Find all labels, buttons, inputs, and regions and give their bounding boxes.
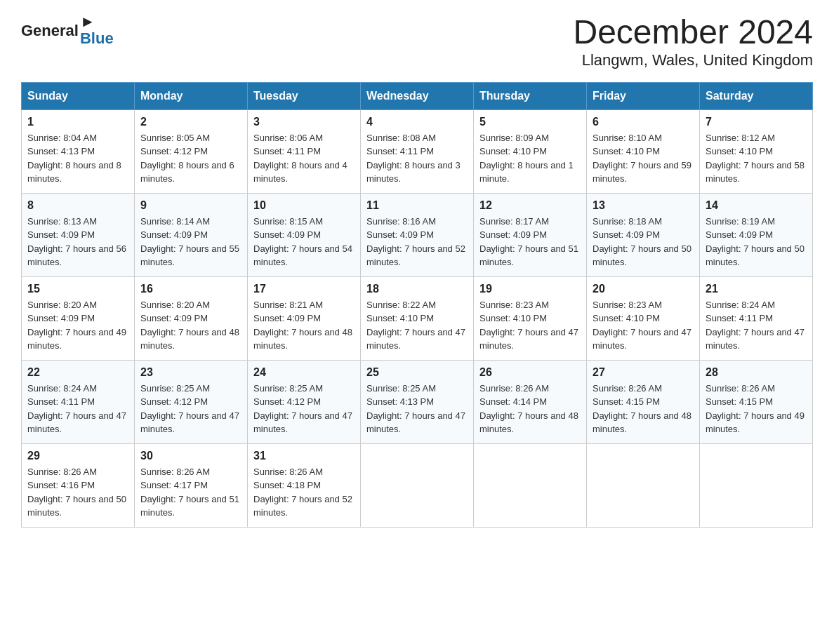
- calendar-cell: 4 Sunrise: 8:08 AMSunset: 4:11 PMDayligh…: [361, 109, 474, 193]
- calendar-cell: 5 Sunrise: 8:09 AMSunset: 4:10 PMDayligh…: [474, 109, 587, 193]
- day-info: Sunrise: 8:05 AMSunset: 4:12 PMDaylight:…: [140, 131, 241, 186]
- calendar-cell: 11 Sunrise: 8:16 AMSunset: 4:09 PMDaylig…: [361, 193, 474, 276]
- day-info: Sunrise: 8:25 AMSunset: 4:13 PMDaylight:…: [366, 382, 468, 436]
- day-number: 16: [140, 283, 241, 295]
- calendar-cell: 29 Sunrise: 8:26 AMSunset: 4:16 PMDaylig…: [22, 443, 135, 527]
- calendar-cell: 3 Sunrise: 8:06 AMSunset: 4:11 PMDayligh…: [248, 109, 361, 193]
- day-info: Sunrise: 8:19 AMSunset: 4:09 PMDaylight:…: [706, 215, 807, 269]
- calendar-cell: 15 Sunrise: 8:20 AMSunset: 4:09 PMDaylig…: [22, 276, 135, 360]
- calendar-cell: 21 Sunrise: 8:24 AMSunset: 4:11 PMDaylig…: [700, 276, 813, 360]
- day-number: 14: [706, 199, 807, 212]
- calendar-cell: 1 Sunrise: 8:04 AMSunset: 4:13 PMDayligh…: [22, 109, 135, 193]
- logo-general-text: General: [21, 22, 79, 40]
- day-info: Sunrise: 8:26 AMSunset: 4:17 PMDaylight:…: [140, 465, 241, 520]
- day-info: Sunrise: 8:12 AMSunset: 4:10 PMDaylight:…: [706, 131, 807, 186]
- logo-right: ► Blue: [80, 14, 114, 48]
- day-number: 21: [706, 283, 807, 295]
- calendar-cell: 23 Sunrise: 8:25 AMSunset: 4:12 PMDaylig…: [135, 360, 248, 443]
- calendar-cell: 9 Sunrise: 8:14 AMSunset: 4:09 PMDayligh…: [135, 193, 248, 276]
- day-info: Sunrise: 8:26 AMSunset: 4:15 PMDaylight:…: [706, 382, 807, 436]
- day-number: 22: [27, 366, 128, 379]
- calendar-week-row: 29 Sunrise: 8:26 AMSunset: 4:16 PMDaylig…: [22, 443, 813, 527]
- day-info: Sunrise: 8:17 AMSunset: 4:09 PMDaylight:…: [479, 215, 581, 269]
- calendar-cell: 25 Sunrise: 8:25 AMSunset: 4:13 PMDaylig…: [361, 360, 474, 443]
- day-info: Sunrise: 8:20 AMSunset: 4:09 PMDaylight:…: [140, 298, 241, 353]
- calendar-title: December 2024: [573, 14, 813, 51]
- day-info: Sunrise: 8:24 AMSunset: 4:11 PMDaylight:…: [27, 382, 128, 436]
- day-info: Sunrise: 8:25 AMSunset: 4:12 PMDaylight:…: [253, 382, 355, 436]
- calendar-week-row: 1 Sunrise: 8:04 AMSunset: 4:13 PMDayligh…: [22, 109, 813, 193]
- title-block: December 2024 Llangwm, Wales, United Kin…: [573, 14, 813, 69]
- day-number: 1: [27, 116, 128, 128]
- day-number: 3: [253, 116, 355, 128]
- day-info: Sunrise: 8:24 AMSunset: 4:11 PMDaylight:…: [706, 298, 807, 353]
- calendar-header-friday: Friday: [587, 82, 700, 109]
- day-number: 9: [140, 199, 241, 212]
- day-number: 4: [366, 116, 468, 128]
- logo: General ► Blue: [21, 14, 114, 48]
- day-number: 8: [27, 199, 128, 212]
- calendar-header-saturday: Saturday: [700, 82, 813, 109]
- calendar-cell: 28 Sunrise: 8:26 AMSunset: 4:15 PMDaylig…: [700, 360, 813, 443]
- day-info: Sunrise: 8:25 AMSunset: 4:12 PMDaylight:…: [140, 382, 241, 436]
- day-info: Sunrise: 8:04 AMSunset: 4:13 PMDaylight:…: [27, 131, 128, 186]
- day-info: Sunrise: 8:10 AMSunset: 4:10 PMDaylight:…: [593, 131, 694, 186]
- calendar-cell: 26 Sunrise: 8:26 AMSunset: 4:14 PMDaylig…: [474, 360, 587, 443]
- calendar-cell: 7 Sunrise: 8:12 AMSunset: 4:10 PMDayligh…: [700, 109, 813, 193]
- calendar-cell: 31 Sunrise: 8:26 AMSunset: 4:18 PMDaylig…: [248, 443, 361, 527]
- calendar-header-thursday: Thursday: [474, 82, 587, 109]
- calendar-cell: 13 Sunrise: 8:18 AMSunset: 4:09 PMDaylig…: [587, 193, 700, 276]
- day-number: 18: [366, 283, 468, 295]
- calendar-cell: 10 Sunrise: 8:15 AMSunset: 4:09 PMDaylig…: [248, 193, 361, 276]
- day-number: 6: [593, 116, 694, 128]
- day-number: 25: [366, 366, 468, 379]
- day-number: 31: [253, 450, 355, 462]
- day-number: 27: [593, 366, 694, 379]
- day-number: 10: [253, 199, 355, 212]
- calendar-cell: 8 Sunrise: 8:13 AMSunset: 4:09 PMDayligh…: [22, 193, 135, 276]
- calendar-header-sunday: Sunday: [22, 82, 135, 109]
- day-info: Sunrise: 8:06 AMSunset: 4:11 PMDaylight:…: [253, 131, 355, 186]
- logo-decoration: ►: [80, 14, 95, 29]
- calendar-week-row: 15 Sunrise: 8:20 AMSunset: 4:09 PMDaylig…: [22, 276, 813, 360]
- day-number: 2: [140, 116, 241, 128]
- day-info: Sunrise: 8:23 AMSunset: 4:10 PMDaylight:…: [479, 298, 581, 353]
- day-info: Sunrise: 8:26 AMSunset: 4:18 PMDaylight:…: [253, 465, 355, 520]
- day-number: 30: [140, 450, 241, 462]
- calendar-table: SundayMondayTuesdayWednesdayThursdayFrid…: [21, 82, 813, 528]
- day-info: Sunrise: 8:23 AMSunset: 4:10 PMDaylight:…: [593, 298, 694, 353]
- day-info: Sunrise: 8:15 AMSunset: 4:09 PMDaylight:…: [253, 215, 355, 269]
- day-number: 5: [479, 116, 581, 128]
- page-header: General ► Blue December 2024 Llangwm, Wa…: [21, 14, 813, 69]
- calendar-cell: 18 Sunrise: 8:22 AMSunset: 4:10 PMDaylig…: [361, 276, 474, 360]
- calendar-cell: 6 Sunrise: 8:10 AMSunset: 4:10 PMDayligh…: [587, 109, 700, 193]
- day-info: Sunrise: 8:26 AMSunset: 4:14 PMDaylight:…: [479, 382, 581, 436]
- day-info: Sunrise: 8:09 AMSunset: 4:10 PMDaylight:…: [479, 131, 581, 186]
- calendar-cell: 27 Sunrise: 8:26 AMSunset: 4:15 PMDaylig…: [587, 360, 700, 443]
- day-number: 7: [706, 116, 807, 128]
- day-number: 29: [27, 450, 128, 462]
- day-info: Sunrise: 8:14 AMSunset: 4:09 PMDaylight:…: [140, 215, 241, 269]
- calendar-cell: 20 Sunrise: 8:23 AMSunset: 4:10 PMDaylig…: [587, 276, 700, 360]
- day-number: 28: [706, 366, 807, 379]
- calendar-cell: 24 Sunrise: 8:25 AMSunset: 4:12 PMDaylig…: [248, 360, 361, 443]
- calendar-header-row: SundayMondayTuesdayWednesdayThursdayFrid…: [22, 82, 813, 109]
- calendar-cell: 2 Sunrise: 8:05 AMSunset: 4:12 PMDayligh…: [135, 109, 248, 193]
- calendar-cell: 14 Sunrise: 8:19 AMSunset: 4:09 PMDaylig…: [700, 193, 813, 276]
- calendar-header-wednesday: Wednesday: [361, 82, 474, 109]
- day-number: 13: [593, 199, 694, 212]
- day-info: Sunrise: 8:16 AMSunset: 4:09 PMDaylight:…: [366, 215, 468, 269]
- day-number: 23: [140, 366, 241, 379]
- day-info: Sunrise: 8:21 AMSunset: 4:09 PMDaylight:…: [253, 298, 355, 353]
- calendar-week-row: 8 Sunrise: 8:13 AMSunset: 4:09 PMDayligh…: [22, 193, 813, 276]
- calendar-cell: 17 Sunrise: 8:21 AMSunset: 4:09 PMDaylig…: [248, 276, 361, 360]
- calendar-cell: 30 Sunrise: 8:26 AMSunset: 4:17 PMDaylig…: [135, 443, 248, 527]
- day-number: 17: [253, 283, 355, 295]
- calendar-cell: 19 Sunrise: 8:23 AMSunset: 4:10 PMDaylig…: [474, 276, 587, 360]
- day-number: 20: [593, 283, 694, 295]
- day-info: Sunrise: 8:22 AMSunset: 4:10 PMDaylight:…: [366, 298, 468, 353]
- day-info: Sunrise: 8:26 AMSunset: 4:15 PMDaylight:…: [593, 382, 694, 436]
- day-info: Sunrise: 8:18 AMSunset: 4:09 PMDaylight:…: [593, 215, 694, 269]
- calendar-cell: 22 Sunrise: 8:24 AMSunset: 4:11 PMDaylig…: [22, 360, 135, 443]
- day-number: 19: [479, 283, 581, 295]
